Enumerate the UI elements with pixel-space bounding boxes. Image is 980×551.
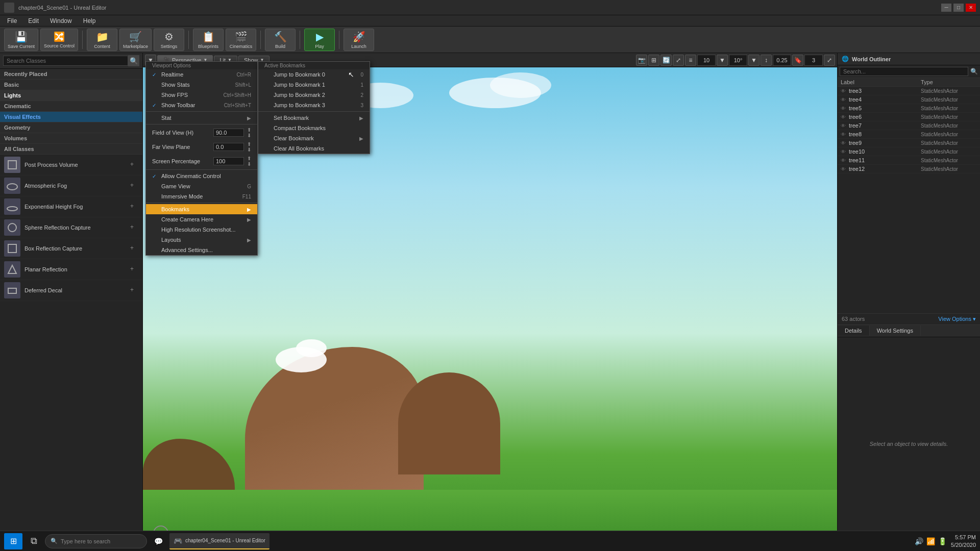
screenshot-option[interactable]: High Resolution Screenshot... (146, 224, 257, 235)
create-camera-option[interactable]: Create Camera Here ▶ (146, 214, 257, 224)
launch-button[interactable]: 🚀 Launch (344, 29, 374, 51)
menu-window[interactable]: Window (45, 16, 77, 26)
exp-height-fog-icon (4, 198, 20, 215)
far-view-spinner[interactable]: ⬆⬇ (247, 141, 251, 153)
outliner-item-6[interactable]: 👁 tree9 StaticMeshActor (838, 139, 980, 147)
cinematics-button[interactable]: 🎬 Cinematics (226, 29, 256, 51)
show-fps-option[interactable]: Show FPS Ctrl+Shift+H (146, 90, 257, 100)
taskbar-search[interactable]: 🔍 Type here to search (45, 534, 147, 548)
outliner-item-9[interactable]: 👁 tree12 StaticMeshActor (838, 165, 980, 173)
volume-icon[interactable]: 🔊 (915, 537, 923, 545)
show-toolbar-option[interactable]: ✓ Show Toolbar Ctrl+Shift+T (146, 100, 257, 110)
rotation-snap-icon[interactable]: 🔄 (660, 55, 672, 66)
planar-reflection-icon (4, 261, 20, 278)
place-item-6[interactable]: Deferred Decal + (0, 280, 142, 301)
place-item-1[interactable]: Atmospheric Fog + (0, 176, 142, 196)
grid-size-icon[interactable]: ▼ (717, 55, 728, 66)
search-classes-input[interactable] (3, 56, 128, 66)
source-control-button[interactable]: 🔀 Source Control (40, 29, 78, 51)
battery-icon[interactable]: 🔋 (938, 537, 947, 545)
advanced-settings-option[interactable]: Advanced Settings... (146, 245, 257, 255)
outliner-item-5[interactable]: 👁 tree8 StaticMeshActor (838, 130, 980, 139)
camera-icon[interactable]: 📷 (636, 55, 647, 66)
compact-bookmarks-option[interactable]: Compact Bookmarks (258, 123, 370, 133)
place-item-5[interactable]: Planar Reflection + (0, 259, 142, 280)
scale-icon[interactable]: ⤢ (673, 55, 684, 66)
menu-edit[interactable]: Edit (23, 16, 44, 26)
taskview-button[interactable]: ⧉ (24, 533, 43, 549)
start-button[interactable]: ⊞ (4, 533, 22, 549)
grid-snap-icon[interactable]: ⊞ (648, 55, 659, 66)
bookmark-icon[interactable]: 🔖 (792, 55, 803, 66)
outliner-item-8[interactable]: 👁 tree11 StaticMeshActor (838, 156, 980, 165)
outliner-item-2[interactable]: 👁 tree5 StaticMeshActor (838, 104, 980, 113)
save-current-button[interactable]: 💾 Save Current (4, 29, 38, 51)
eye-icon-5: 👁 (841, 132, 849, 137)
network-icon[interactable]: 📶 (926, 537, 935, 545)
category-cinematic[interactable]: Cinematic (0, 101, 142, 112)
place-item-3[interactable]: Sphere Reflection Capture + (0, 217, 142, 238)
bookmarks-option[interactable]: Bookmarks ▶ (146, 204, 257, 214)
svg-rect-0 (8, 161, 16, 169)
maximize-button[interactable]: □ (953, 4, 964, 12)
view-options-link[interactable]: View Options ▾ (938, 316, 976, 322)
snap-icon[interactable]: ↕ (761, 55, 772, 66)
outliner-search-input[interactable] (840, 67, 968, 76)
set-bookmark-option[interactable]: Set Bookmark ▶ (258, 113, 370, 123)
place-item-0[interactable]: Post Process Volume + (0, 155, 142, 176)
show-stats-option[interactable]: Show Stats Shift+L (146, 80, 257, 90)
category-visual-effects[interactable]: Visual Effects (0, 112, 142, 122)
screen-pct-input[interactable] (213, 157, 244, 165)
taskbar-time[interactable]: 5:57 PM 5/20/2020 (951, 534, 976, 548)
fov-spinner[interactable]: ⬆⬇ (247, 127, 251, 138)
fov-input[interactable] (213, 129, 244, 137)
outliner-item-7[interactable]: 👁 tree10 StaticMeshActor (838, 147, 980, 156)
minimize-button[interactable]: ─ (941, 4, 951, 12)
marketplace-button[interactable]: 🛒 Marketplace (119, 29, 152, 51)
search-classes-button[interactable]: 🔍 (128, 55, 139, 66)
content-button[interactable]: 📁 Content (87, 29, 117, 51)
bookmark-2-option[interactable]: Jump to Bookmark 2 2 (258, 90, 370, 100)
bookmark-0-option[interactable]: Jump to Bookmark 0 0 ↖ (258, 69, 370, 80)
rotation-size-icon[interactable]: ▼ (748, 55, 760, 66)
place-item-2[interactable]: Exponential Height Fog + (0, 196, 142, 217)
category-lights[interactable]: Lights (0, 90, 142, 101)
settings-button[interactable]: ⚙ Settings (154, 29, 184, 51)
play-button[interactable]: ▶ Play (304, 29, 335, 51)
category-geometry[interactable]: Geometry (0, 122, 142, 133)
category-all-classes[interactable]: All Classes (0, 144, 142, 155)
show-toolbar-check: ✓ (152, 103, 158, 108)
maximize-icon[interactable]: ⤢ (824, 55, 835, 66)
clear-bookmark-option[interactable]: Clear Bookmark ▶ (258, 133, 370, 143)
realtime-option[interactable]: ✓ Realtime Ctrl+R (146, 69, 257, 80)
far-view-input[interactable] (213, 143, 244, 151)
world-settings-tab[interactable]: World Settings (870, 325, 921, 336)
screen-pct-spinner[interactable]: ⬆⬇ (247, 156, 251, 167)
outliner-item-1[interactable]: 👁 tree4 StaticMeshActor (838, 95, 980, 104)
bookmark-3-option[interactable]: Jump to Bookmark 3 3 (258, 100, 370, 110)
stat-option[interactable]: Stat ▶ (146, 113, 257, 123)
place-item-4[interactable]: Box Reflection Capture + (0, 238, 142, 259)
immersive-mode-option[interactable]: Immersive Mode F11 (146, 191, 257, 202)
clear-all-bookmarks-option[interactable]: Clear All Bookmarks (258, 143, 370, 154)
mode-icon[interactable]: ≡ (685, 55, 696, 66)
taskbar-app[interactable]: 🎮 chapter04_Scene01 - Unreal Editor (169, 533, 270, 549)
category-volumes[interactable]: Volumes (0, 133, 142, 144)
build-button[interactable]: 🔨 Build (265, 29, 296, 51)
game-view-option[interactable]: Game View G (146, 181, 257, 191)
taskbar-cortana[interactable]: 💬 (149, 533, 167, 549)
close-button[interactable]: ✕ (966, 4, 976, 12)
outliner-item-0[interactable]: 👁 tree3 StaticMeshActor (838, 87, 980, 95)
allow-cinematic-option[interactable]: ✓ Allow Cinematic Control (146, 171, 257, 181)
layouts-option[interactable]: Layouts ▶ (146, 235, 257, 245)
app-icon (4, 3, 14, 13)
bookmark-1-option[interactable]: Jump to Bookmark 1 1 (258, 80, 370, 90)
menu-file[interactable]: File (2, 16, 22, 26)
outliner-item-4[interactable]: 👁 tree7 StaticMeshActor (838, 121, 980, 130)
blueprints-button[interactable]: 📋 Blueprints (193, 29, 224, 51)
category-recently-placed[interactable]: Recently Placed (0, 69, 142, 80)
outliner-item-3[interactable]: 👁 tree6 StaticMeshActor (838, 113, 980, 121)
category-basic[interactable]: Basic (0, 80, 142, 90)
menu-help[interactable]: Help (78, 16, 101, 26)
details-tab[interactable]: Details (838, 325, 870, 336)
